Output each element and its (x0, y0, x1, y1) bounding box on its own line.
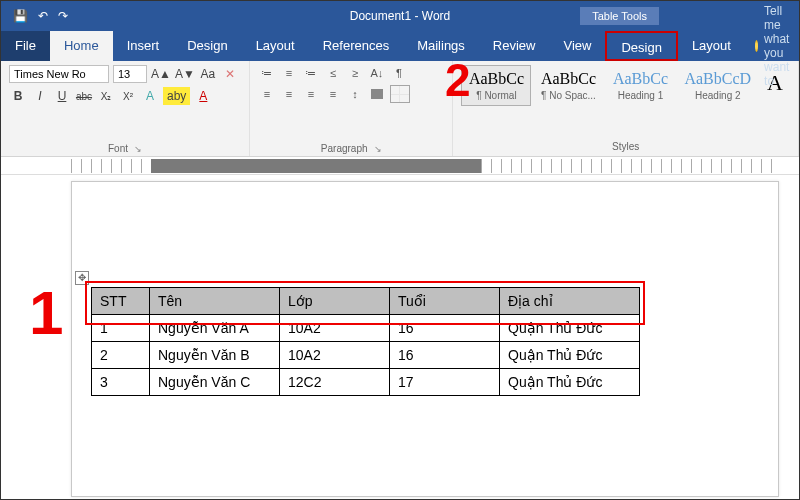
shading-icon[interactable] (368, 86, 386, 102)
highlight-icon[interactable]: aby (163, 87, 190, 105)
tab-design[interactable]: Design (173, 31, 241, 61)
bullets-icon[interactable]: ≔ (258, 65, 276, 81)
table-row[interactable]: 2Nguyễn Văn B10A216Quận Thủ Đức (92, 342, 640, 369)
shrink-font-icon[interactable]: A▼ (175, 65, 195, 83)
paragraph-dialog-launcher[interactable]: ↘ (374, 144, 382, 154)
table-row[interactable]: 1Nguyễn Văn A10A216Quận Thủ Đức (92, 315, 640, 342)
tell-me[interactable]: Tell me what you want to (745, 31, 800, 61)
table-header-row[interactable]: STT Tên Lớp Tuổi Địa chỉ (92, 288, 640, 315)
tab-file[interactable]: File (1, 31, 50, 61)
tab-home[interactable]: Home (50, 31, 113, 61)
tab-layout[interactable]: Layout (242, 31, 309, 61)
group-font-label: Font (108, 143, 128, 154)
table-header[interactable]: Lớp (280, 288, 390, 315)
contextual-tools-label: Table Tools (580, 7, 659, 25)
group-styles-label: Styles (461, 139, 790, 152)
tab-table-layout[interactable]: Layout (678, 31, 745, 61)
table-container: ✥ STT Tên Lớp Tuổi Địa chỉ 1Nguyễn Văn A… (91, 287, 640, 396)
superscript-button[interactable]: X² (119, 87, 137, 105)
table-row[interactable]: 3Nguyễn Văn C12C217Quận Thủ Đức (92, 369, 640, 396)
sort-icon[interactable]: A↓ (368, 65, 386, 81)
tab-view[interactable]: View (549, 31, 605, 61)
tab-review[interactable]: Review (479, 31, 550, 61)
line-spacing-icon[interactable]: ↕ (346, 86, 364, 102)
font-name-input[interactable] (9, 65, 109, 83)
annotation-marker-1: 1 (29, 277, 63, 348)
undo-icon[interactable]: ↶ (38, 9, 48, 23)
grow-font-icon[interactable]: A▲ (151, 65, 171, 83)
save-icon[interactable]: 💾 (13, 9, 28, 23)
font-size-input[interactable] (113, 65, 147, 83)
underline-button[interactable]: U (53, 87, 71, 105)
style-heading1[interactable]: AaBbCc Heading 1 (605, 65, 675, 106)
font-color-icon[interactable]: A (194, 87, 212, 105)
table-header[interactable]: Tên (150, 288, 280, 315)
subscript-button[interactable]: X₂ (97, 87, 115, 105)
tab-insert[interactable]: Insert (113, 31, 174, 61)
numbering-icon[interactable]: ≡ (280, 65, 298, 81)
group-font: A▲ A▼ Aa ✕ B I U abc X₂ X² A aby A Font↘ (1, 61, 250, 156)
table-header[interactable]: STT (92, 288, 150, 315)
align-justify-icon[interactable]: ≡ (324, 86, 342, 102)
group-paragraph: ≔ ≡ ≔ ≤ ≥ A↓ ¶ ≡ ≡ ≡ ≡ ↕ Paragraph↘ (250, 61, 454, 156)
data-table[interactable]: STT Tên Lớp Tuổi Địa chỉ 1Nguyễn Văn A10… (91, 287, 640, 396)
ruler[interactable] (1, 157, 799, 175)
group-styles: AaBbCc ¶ Normal AaBbCc ¶ No Spac... AaBb… (453, 61, 799, 156)
title-bar: 💾 ↶ ↷ Document1 - Word Table Tools (1, 1, 799, 31)
italic-button[interactable]: I (31, 87, 49, 105)
dedent-icon[interactable]: ≤ (324, 65, 342, 81)
table-move-handle-icon[interactable]: ✥ (75, 271, 89, 285)
style-gallery: AaBbCc ¶ Normal AaBbCc ¶ No Spac... AaBb… (461, 65, 790, 106)
clear-formatting-icon[interactable]: ✕ (221, 65, 239, 83)
tab-references[interactable]: References (309, 31, 403, 61)
table-header[interactable]: Tuổi (390, 288, 500, 315)
style-normal[interactable]: AaBbCc ¶ Normal (461, 65, 531, 106)
change-case-icon[interactable]: Aa (199, 65, 217, 83)
font-dialog-launcher[interactable]: ↘ (134, 144, 142, 154)
strike-button[interactable]: abc (75, 87, 93, 105)
group-paragraph-label: Paragraph (321, 143, 368, 154)
tell-me-text: Tell me what you want to (764, 4, 798, 88)
annotation-marker-2: 2 (445, 53, 471, 107)
multilevel-icon[interactable]: ≔ (302, 65, 320, 81)
bold-button[interactable]: B (9, 87, 27, 105)
tab-table-design[interactable]: Design (605, 31, 677, 61)
table-header[interactable]: Địa chỉ (500, 288, 640, 315)
align-center-icon[interactable]: ≡ (280, 86, 298, 102)
style-no-spacing[interactable]: AaBbCc ¶ No Spac... (533, 65, 603, 106)
redo-icon[interactable]: ↷ (58, 9, 68, 23)
ribbon-tabs: File Home Insert Design Layout Reference… (1, 31, 799, 61)
text-effects-icon[interactable]: A (141, 87, 159, 105)
quick-access-toolbar: 💾 ↶ ↷ (1, 9, 80, 23)
align-left-icon[interactable]: ≡ (258, 86, 276, 102)
bulb-icon (755, 40, 758, 52)
borders-icon[interactable] (390, 85, 410, 103)
style-heading2[interactable]: AaBbCcD Heading 2 (677, 65, 758, 106)
pilcrow-icon[interactable]: ¶ (390, 65, 408, 81)
indent-icon[interactable]: ≥ (346, 65, 364, 81)
align-right-icon[interactable]: ≡ (302, 86, 320, 102)
ribbon: A▲ A▼ Aa ✕ B I U abc X₂ X² A aby A Font↘… (1, 61, 799, 157)
window-title: Document1 - Word (350, 9, 450, 23)
